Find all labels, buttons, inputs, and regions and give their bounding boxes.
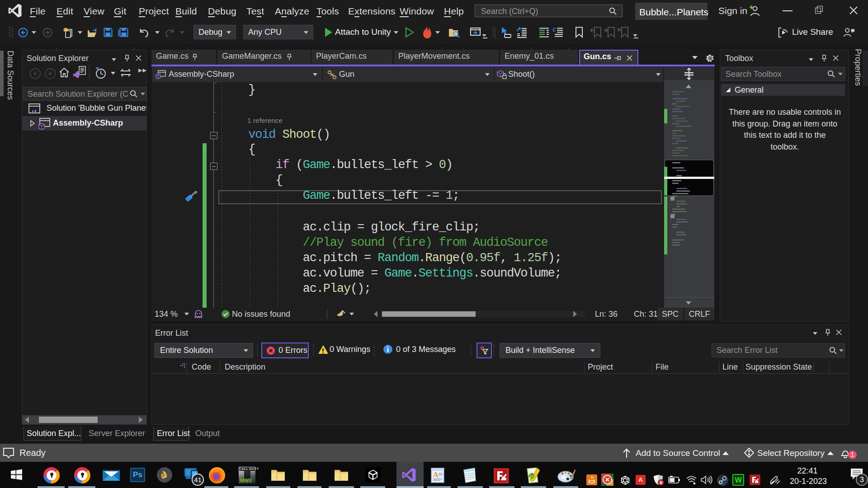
- svg-text:A: A: [433, 471, 439, 479]
